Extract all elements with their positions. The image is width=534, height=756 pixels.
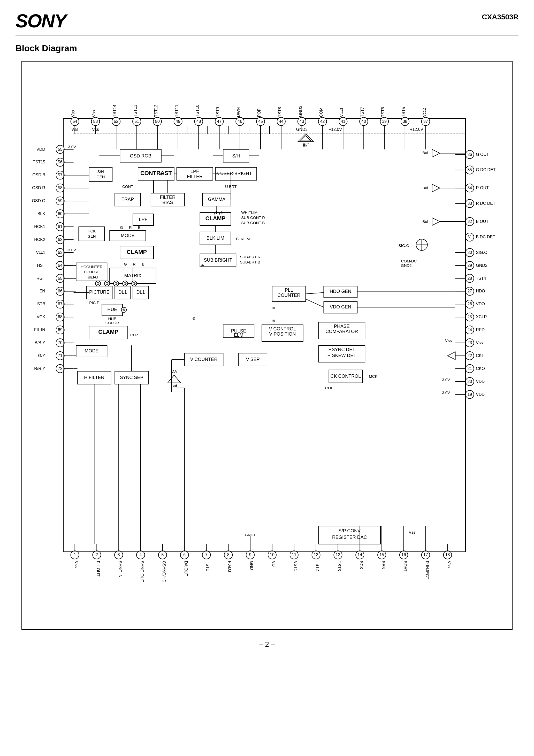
svg-text:20: 20 <box>467 379 472 384</box>
svg-text:+3.0V: +3.0V <box>66 248 76 252</box>
svg-text:COUNTER: COUNTER <box>277 293 300 298</box>
svg-text:BLK: BLK <box>38 211 45 216</box>
svg-marker-429 <box>432 184 440 192</box>
svg-text:23: 23 <box>467 340 472 345</box>
svg-text:69: 69 <box>58 328 63 332</box>
svg-text:TST12: TST12 <box>154 105 158 117</box>
svg-text:OSD B: OSD B <box>32 173 45 177</box>
svg-text:SIG.C: SIG.C <box>399 243 409 248</box>
svg-text:V SEP: V SEP <box>246 357 260 362</box>
svg-text:TST4: TST4 <box>476 276 486 281</box>
svg-text:Buf: Buf <box>303 142 308 146</box>
svg-text:43: 43 <box>300 119 304 123</box>
svg-text:LPF: LPF <box>139 217 147 222</box>
svg-text:PLL: PLL <box>285 287 293 293</box>
svg-text:Buf: Buf <box>422 186 428 190</box>
svg-text:Vcc1: Vcc1 <box>36 250 45 255</box>
svg-text:B/B·Y: B/B·Y <box>35 340 45 345</box>
svg-text:BLK·LIM: BLK·LIM <box>206 235 224 241</box>
svg-text:CLAMP: CLAMP <box>205 215 226 222</box>
svg-text:Vcc2: Vcc2 <box>422 108 426 117</box>
svg-text:+3.0V: +3.0V <box>440 391 450 395</box>
svg-text:GND2: GND2 <box>401 263 412 268</box>
svg-text:LPF: LPF <box>191 169 199 174</box>
block-diagram: Vss Vss TST14 TST13 TST12 TST11 TST10 TS… <box>21 61 513 630</box>
svg-text:SDAT: SDAT <box>403 561 407 572</box>
svg-text:BIAS: BIAS <box>162 200 173 205</box>
svg-text:G: G <box>124 262 127 266</box>
svg-text:REGISTER DAC: REGISTER DAC <box>332 535 367 540</box>
svg-marker-426 <box>432 149 440 157</box>
svg-text:CLAMP: CLAMP <box>98 329 119 335</box>
svg-text:G OUT: G OUT <box>476 152 489 157</box>
svg-text:64: 64 <box>58 263 63 268</box>
svg-text:34: 34 <box>467 186 472 190</box>
svg-text:65: 65 <box>58 276 63 281</box>
svg-text:TST11: TST11 <box>174 105 179 117</box>
svg-text:45: 45 <box>258 119 263 123</box>
svg-text:H SKEW DET: H SKEW DET <box>328 353 357 358</box>
svg-text:+3.0V: +3.0V <box>66 145 76 149</box>
svg-text:70: 70 <box>58 340 63 345</box>
svg-text:61: 61 <box>58 225 63 229</box>
svg-text:Vss: Vss <box>447 561 451 568</box>
svg-text:57: 57 <box>58 173 63 177</box>
svg-text:CLP: CLP <box>130 333 138 337</box>
svg-text:S/P CONV: S/P CONV <box>338 528 360 533</box>
svg-text:SUB·BRT R: SUB·BRT R <box>240 255 260 259</box>
svg-text:Vss: Vss <box>71 110 75 117</box>
svg-text:47: 47 <box>217 119 222 123</box>
svg-text:51: 51 <box>134 119 139 123</box>
svg-text:TST14: TST14 <box>113 105 117 117</box>
svg-text:VDD: VDD <box>476 379 485 384</box>
svg-marker-392 <box>168 375 181 383</box>
svg-text:USER·BRIGHT: USER·BRIGHT <box>220 171 252 176</box>
svg-text:GEN: GEN <box>87 234 95 238</box>
svg-text:FIL OUT: FIL OUT <box>96 561 100 577</box>
svg-text:HST: HST <box>37 263 45 268</box>
svg-text:CONT: CONT <box>122 184 133 189</box>
svg-text:72: 72 <box>58 366 63 371</box>
header: SONY CXA3503R <box>15 10 519 36</box>
svg-text:+12.0V: +12.0V <box>410 127 423 132</box>
svg-text:22: 22 <box>467 353 472 358</box>
svg-text:CSYNC/HD: CSYNC/HD <box>162 561 166 582</box>
svg-text:62: 62 <box>58 237 63 242</box>
svg-text:S/H: S/H <box>232 153 240 158</box>
svg-text:SYNC OUT: SYNC OUT <box>140 561 144 582</box>
svg-text:29: 29 <box>467 263 472 268</box>
svg-text:58: 58 <box>58 186 63 190</box>
svg-text:36: 36 <box>467 152 472 157</box>
svg-text:FILTER: FILTER <box>160 195 176 200</box>
svg-text:Buf: Buf <box>422 219 428 224</box>
svg-text:CONTRAST: CONTRAST <box>140 170 172 176</box>
svg-text:GEN: GEN <box>96 175 105 179</box>
svg-text:B: B <box>142 262 145 266</box>
svg-text:HCOUNTER: HCOUNTER <box>81 264 103 269</box>
svg-text:32: 32 <box>467 219 472 224</box>
svg-text:+3.0V: +3.0V <box>440 377 450 382</box>
svg-text:B OUT: B OUT <box>476 219 489 224</box>
svg-text:TST8: TST8 <box>278 107 282 117</box>
svg-text:2: 2 <box>95 553 98 557</box>
svg-text:19: 19 <box>467 392 472 397</box>
svg-text:COM·DC: COM·DC <box>401 259 417 263</box>
svg-text:⊗: ⊗ <box>272 306 276 310</box>
svg-text:18: 18 <box>445 553 450 557</box>
svg-text:SYNC SEP: SYNC SEP <box>120 375 144 380</box>
svg-text:DWN: DWN <box>236 107 241 117</box>
svg-text:COMPARATOR: COMPARATOR <box>326 329 358 334</box>
part-number: CXA3503R <box>482 10 519 21</box>
svg-text:21: 21 <box>467 366 472 371</box>
svg-text:HUE: HUE <box>108 316 116 321</box>
svg-text:SYNC IN: SYNC IN <box>118 561 122 578</box>
svg-text:24: 24 <box>467 328 472 332</box>
svg-text:⊗: ⊗ <box>201 263 204 268</box>
svg-text:13: 13 <box>336 553 340 557</box>
svg-text:R DC DET: R DC DET <box>476 201 495 205</box>
svg-text:COLOR: COLOR <box>105 321 119 325</box>
svg-text:GAMMA: GAMMA <box>208 197 226 202</box>
svg-text:HDO: HDO <box>476 289 485 293</box>
svg-text:Vss: Vss <box>74 561 79 568</box>
svg-rect-0 <box>63 119 466 552</box>
